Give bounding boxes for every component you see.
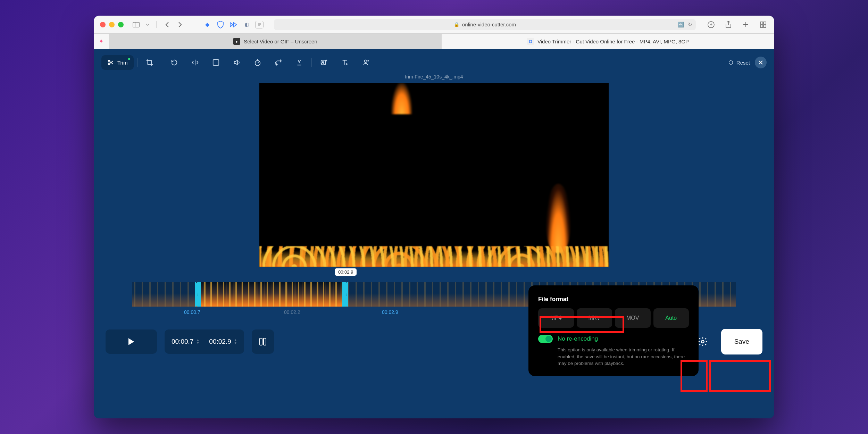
svg-rect-0 [133,22,139,27]
trim-handle-start[interactable] [196,282,201,307]
trim-selection[interactable] [196,282,347,307]
file-format-popover: File format MP4 MKV MOV Auto No re-encod… [528,285,699,376]
address-bar[interactable]: 🔒 online-video-cutter.com 🔤 ↻ [274,19,696,30]
timeline-end-label: 00:02.9 [382,309,398,315]
annotation-highlight [709,360,771,392]
time-range-box: 00:00.7 ▲▼ 00:02.9 ▲▼ [165,329,244,354]
crop-icon[interactable] [141,55,158,70]
new-tab-icon[interactable] [741,20,751,30]
forward-button[interactable] [175,20,185,30]
browser-titlebar: ◆ ◐ 🔒 online-video-cutter.com 🔤 ↻ [94,16,774,34]
editor-toolbar: Trim Reset [94,49,774,73]
reader-icon[interactable] [255,21,264,28]
playhead-tooltip: 00:02.9 [335,268,357,276]
flame-decoration [259,246,609,267]
sidebar-toggle-icon[interactable] [131,20,141,30]
loop-icon[interactable] [270,55,287,70]
no-reencoding-toggle[interactable] [538,335,553,343]
save-button[interactable]: Save [721,329,762,354]
no-reencoding-label: No re-encoding [558,335,598,342]
extension-icon-2[interactable]: ◐ [242,20,252,30]
rotate-icon[interactable] [166,55,183,70]
svg-point-25 [701,340,704,343]
back-button[interactable] [162,20,172,30]
translate-icon[interactable]: 🔤 [678,22,684,28]
tab-label: Video Trimmer - Cut Video Online for Fre… [537,39,689,44]
remove-logo-icon[interactable] [357,55,374,70]
format-mp4[interactable]: MP4 [538,308,574,328]
svg-rect-11 [763,25,766,27]
filename-label: trim-Fire_45_10s_4k_.mp4 [94,74,774,80]
app-content: Trim Reset [94,49,774,418]
speed-icon[interactable] [249,55,266,70]
popover-description: This option is only available when trimm… [538,347,689,367]
minimize-window-button[interactable] [109,22,115,27]
popover-title: File format [538,296,689,303]
format-mov[interactable]: MOV [615,308,651,328]
window-controls [100,22,124,27]
add-text-icon[interactable] [336,55,353,70]
flame-decoration [391,83,412,114]
timeline-mid-label: 00:02.2 [284,309,300,315]
tab-overview-icon[interactable] [758,20,768,30]
svg-rect-9 [763,22,766,24]
svg-point-20 [365,60,367,62]
format-mkv[interactable]: MKV [577,308,612,328]
fast-forward-icon[interactable] [229,20,239,30]
share-icon[interactable] [724,20,733,30]
trim-label: Trim [117,60,127,66]
out-time-stepper[interactable]: ▲▼ [234,339,237,345]
svg-rect-24 [264,338,266,345]
reload-icon[interactable]: ↻ [688,22,692,28]
trim-button[interactable]: Trim [101,55,134,70]
in-time[interactable]: 00:00.7 [172,338,193,345]
close-window-button[interactable] [100,22,106,27]
trim-handle-end[interactable] [342,282,347,307]
svg-rect-23 [260,338,262,345]
video-preview[interactable] [259,83,609,267]
extension-icon-1[interactable]: ◆ [202,20,212,30]
active-indicator [128,58,130,60]
reset-button[interactable]: Reset [728,60,750,66]
pinned-tab[interactable]: ✦ [94,34,109,49]
tab-video-trimmer[interactable]: O Video Trimmer - Cut Video Online for F… [442,34,774,49]
format-auto[interactable]: Auto [653,308,689,328]
format-options: MP4 MKV MOV Auto [538,308,689,328]
svg-rect-8 [760,22,763,24]
url-text: online-video-cutter.com [462,22,516,27]
lock-icon: 🔒 [454,22,459,27]
out-time[interactable]: 00:02.9 [209,338,231,345]
tab-label: Select Video or GIF – Unscreen [244,39,317,44]
browser-window: ◆ ◐ 🔒 online-video-cutter.com 🔤 ↻ [94,16,774,418]
save-label: Save [734,338,749,345]
resize-icon[interactable] [207,55,225,70]
tab-unscreen[interactable]: ▸ Select Video or GIF – Unscreen [109,34,442,49]
flame-decoration [546,184,570,253]
downloads-icon[interactable] [706,20,716,30]
split-button[interactable] [252,329,274,354]
maximize-window-button[interactable] [118,22,124,27]
close-button[interactable] [755,57,767,68]
shield-icon[interactable] [216,20,225,30]
favicon: O [527,38,534,45]
stabilize-icon[interactable] [291,55,308,70]
svg-rect-10 [760,25,763,27]
no-reencoding-row: No re-encoding [538,335,689,343]
in-time-stepper[interactable]: ▲▼ [196,339,199,345]
sidebar-dropdown-icon[interactable] [144,20,151,30]
svg-point-17 [255,61,260,66]
flip-icon[interactable] [186,55,204,70]
video-icon: ▸ [233,38,240,45]
timeline-start-label: 00:00.7 [184,309,200,315]
add-image-icon[interactable] [315,55,333,70]
volume-icon[interactable] [228,55,245,70]
reset-label: Reset [736,60,750,66]
play-button[interactable] [106,329,157,354]
svg-rect-16 [213,60,219,66]
tab-strip: ✦ ▸ Select Video or GIF – Unscreen O Vid… [94,34,774,49]
